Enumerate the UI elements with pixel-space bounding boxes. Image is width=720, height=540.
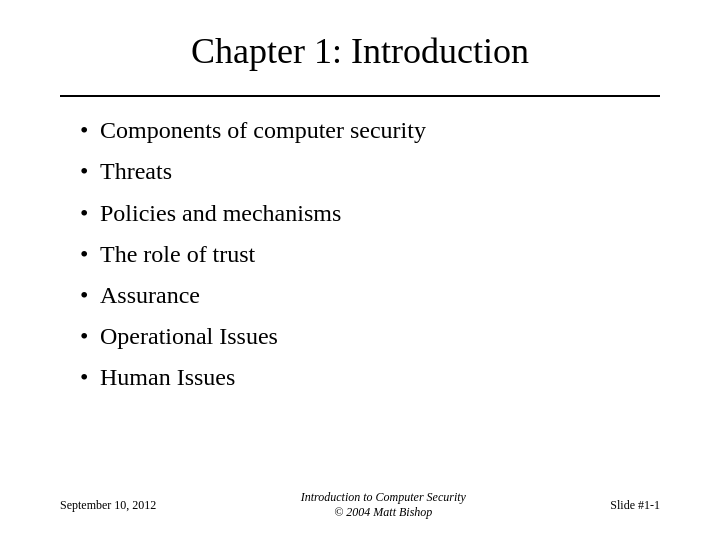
- bullet-text: Operational Issues: [100, 321, 278, 352]
- list-item: •Human Issues: [80, 362, 660, 393]
- bullet-dot-icon: •: [80, 280, 100, 311]
- bullet-list: •Components of computer security•Threats…: [80, 115, 660, 403]
- bullet-dot-icon: •: [80, 115, 100, 146]
- list-item: •Threats: [80, 156, 660, 187]
- list-item: •Operational Issues: [80, 321, 660, 352]
- slide-title: Chapter 1: Introduction: [60, 30, 660, 73]
- bullet-dot-icon: •: [80, 362, 100, 393]
- title-section: Chapter 1: Introduction: [60, 30, 660, 85]
- list-item: •Policies and mechanisms: [80, 198, 660, 229]
- content-area: •Components of computer security•Threats…: [60, 115, 660, 482]
- list-item: •Components of computer security: [80, 115, 660, 146]
- bullet-text: Policies and mechanisms: [100, 198, 341, 229]
- footer-slide-number: Slide #1-1: [610, 498, 660, 513]
- bullet-text: Assurance: [100, 280, 200, 311]
- bullet-text: The role of trust: [100, 239, 255, 270]
- bullet-dot-icon: •: [80, 321, 100, 352]
- slide: Chapter 1: Introduction •Components of c…: [0, 0, 720, 540]
- bullet-dot-icon: •: [80, 198, 100, 229]
- bullet-dot-icon: •: [80, 156, 100, 187]
- slide-footer: September 10, 2012 Introduction to Compu…: [60, 482, 660, 520]
- list-item: •Assurance: [80, 280, 660, 311]
- footer-date: September 10, 2012: [60, 498, 156, 513]
- list-item: •The role of trust: [80, 239, 660, 270]
- title-divider: [60, 95, 660, 97]
- bullet-text: Human Issues: [100, 362, 235, 393]
- footer-center: Introduction to Computer Security © 2004…: [301, 490, 466, 520]
- bullet-text: Threats: [100, 156, 172, 187]
- footer-center-line2: © 2004 Matt Bishop: [334, 505, 432, 519]
- bullet-text: Components of computer security: [100, 115, 426, 146]
- footer-center-line1: Introduction to Computer Security: [301, 490, 466, 504]
- bullet-dot-icon: •: [80, 239, 100, 270]
